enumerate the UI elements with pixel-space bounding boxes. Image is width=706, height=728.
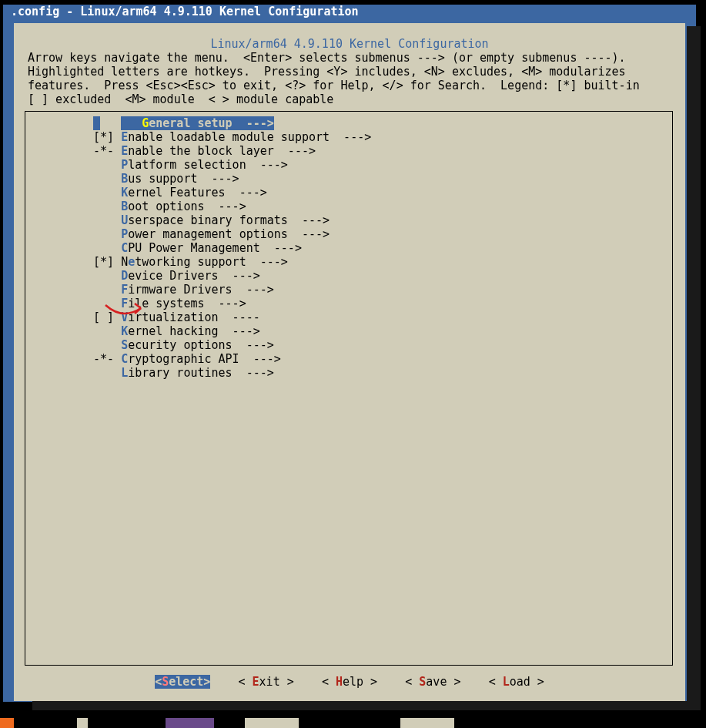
item-label: Firmware Drivers --->: [121, 283, 274, 297]
panel-title: Linux/arm64 4.9.110 Kernel Configuration: [14, 37, 685, 51]
menu-item[interactable]: [*] Enable loadable module support --->: [93, 130, 371, 144]
taskbar-segment: [0, 718, 14, 728]
menu-item[interactable]: -*- Cryptographic API --->: [93, 352, 371, 366]
item-label: Boot options --->: [121, 200, 246, 213]
menu-item[interactable]: Security options --->: [93, 338, 371, 352]
hotkey-letter: e: [128, 255, 135, 269]
menuconfig-panel: Linux/arm64 4.9.110 Kernel Configuration…: [14, 23, 685, 701]
selection-marker: [93, 116, 100, 130]
menu-item[interactable]: Userspace binary formats --->: [93, 213, 371, 227]
menu-item[interactable]: -*- Enable the block layer --->: [93, 144, 371, 158]
item-prefix: [93, 213, 121, 227]
item-label: Cryptographic API --->: [121, 352, 281, 366]
button-bar: <Select> < Exit > < Help > < Save > < Lo…: [14, 675, 685, 689]
item-prefix: [93, 158, 121, 172]
item-prefix: [93, 283, 121, 297]
menu-box: General setup --->[*] Enable loadable mo…: [25, 111, 673, 666]
hotkey-letter: D: [121, 269, 128, 283]
item-label: Kernel Features --->: [121, 186, 267, 200]
item-label: General setup --->: [121, 116, 274, 130]
hotkey-letter: L: [121, 366, 128, 380]
taskbar-segment: [77, 718, 88, 728]
item-label: Enable the block layer --->: [121, 144, 316, 158]
item-label: Networking support --->: [121, 255, 288, 269]
hotkey-letter: P: [121, 158, 128, 172]
item-prefix: -*-: [93, 144, 121, 158]
hotkey-letter: F: [121, 297, 128, 310]
hotkey-letter: B: [121, 172, 128, 186]
item-label: File systems --->: [121, 297, 246, 310]
item-prefix: [93, 172, 121, 186]
exit-button[interactable]: < Exit >: [239, 675, 294, 689]
help-l1: Arrow keys navigate the menu. <Enter> se…: [28, 51, 626, 65]
menu-item[interactable]: Kernel Features --->: [93, 186, 371, 200]
hotkey-letter: S: [121, 338, 128, 352]
menu-item[interactable]: General setup --->: [93, 116, 371, 130]
item-label: Userspace binary formats --->: [121, 213, 330, 227]
hotkey-letter: E: [121, 130, 128, 144]
taskbar-segment: [400, 718, 454, 728]
menu-item[interactable]: CPU Power Management --->: [93, 241, 371, 255]
item-prefix: [93, 297, 121, 310]
menu-item[interactable]: Device Drivers --->: [93, 269, 371, 283]
item-label: Virtualization ----: [121, 310, 260, 324]
menu-item[interactable]: Boot options --->: [93, 200, 371, 213]
hotkey-letter: P: [121, 227, 128, 241]
menu-item[interactable]: [ ] Virtualization ----: [93, 310, 371, 324]
terminal-window: .config - Linux/arm64 4.9.110 Kernel Con…: [3, 5, 696, 702]
item-label: Platform selection --->: [121, 158, 288, 172]
hotkey-letter: C: [121, 241, 128, 255]
item-label: Kernel hacking --->: [121, 324, 260, 338]
menu-item[interactable]: Power management options --->: [93, 227, 371, 241]
menu-item[interactable]: Firmware Drivers --->: [93, 283, 371, 297]
window-title: .config - Linux/arm64 4.9.110 Kernel Con…: [3, 5, 704, 20]
menu-list[interactable]: General setup --->[*] Enable loadable mo…: [93, 116, 371, 380]
item-prefix: [93, 227, 121, 241]
hotkey-letter: C: [121, 352, 128, 366]
hotkey-letter: B: [121, 200, 128, 213]
item-prefix: [*]: [93, 130, 121, 144]
item-prefix: [93, 186, 121, 200]
item-label: Library routines --->: [121, 366, 274, 380]
hotkey-letter: K: [121, 324, 128, 338]
select-button[interactable]: <Select>: [155, 675, 210, 689]
item-prefix: [93, 366, 121, 380]
hotkey-letter: V: [121, 310, 128, 324]
hotkey-letter: K: [121, 186, 128, 200]
help-l4: [ ] excluded <M> module < > module capab…: [28, 92, 333, 106]
help-l2: Highlighted letters are hotkeys. Pressin…: [28, 65, 626, 79]
item-prefix: [93, 338, 121, 352]
menu-item[interactable]: Platform selection --->: [93, 158, 371, 172]
item-label: Device Drivers --->: [121, 269, 260, 283]
shadow: [32, 701, 701, 710]
menu-item[interactable]: Bus support --->: [93, 172, 371, 186]
item-label: Power management options --->: [121, 227, 330, 241]
menu-item[interactable]: File systems --->: [93, 297, 371, 310]
item-prefix: [93, 269, 121, 283]
taskbar: [0, 718, 706, 728]
item-prefix: [ ]: [93, 310, 121, 324]
hotkey-letter: E: [121, 144, 128, 158]
menu-item[interactable]: Library routines --->: [93, 366, 371, 380]
item-label: Bus support --->: [121, 172, 239, 186]
item-prefix: [93, 241, 121, 255]
shadow: [687, 26, 701, 710]
item-prefix: [*]: [93, 255, 121, 269]
hotkey-letter: G: [142, 116, 149, 130]
item-label: Security options --->: [121, 338, 274, 352]
save-button[interactable]: < Save >: [405, 675, 460, 689]
help-button[interactable]: < Help >: [322, 675, 377, 689]
hotkey-letter: F: [121, 283, 128, 297]
menu-item[interactable]: Kernel hacking --->: [93, 324, 371, 338]
help-text: Arrow keys navigate the menu. <Enter> se…: [28, 51, 674, 106]
item-prefix: -*-: [93, 352, 121, 366]
taskbar-segment: [245, 718, 299, 728]
hotkey-letter: U: [121, 213, 128, 227]
taskbar-segment: [166, 718, 214, 728]
item-label: CPU Power Management --->: [121, 241, 302, 255]
item-label: Enable loadable module support --->: [121, 130, 371, 144]
item-prefix: [93, 200, 121, 213]
help-l3: features. Press <Esc><Esc> to exit, <?> …: [28, 79, 640, 92]
load-button[interactable]: < Load >: [489, 675, 544, 689]
menu-item[interactable]: [*] Networking support --->: [93, 255, 371, 269]
